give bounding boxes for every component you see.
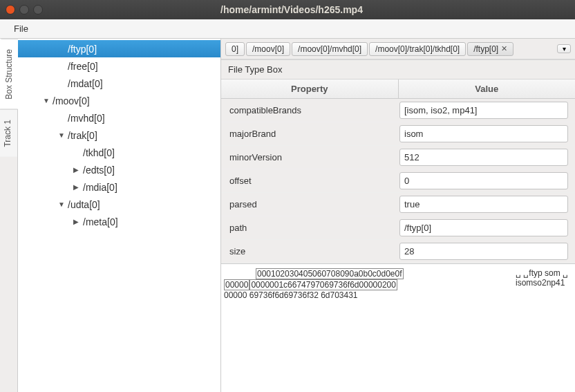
tree-arrow-icon[interactable]: ▶	[73, 183, 82, 191]
breadcrumb-bar: 0] /moov[0] /moov[0]/mvhd[0] /moov[0]/tr…	[221, 39, 575, 59]
tree-item-label: /meta[0]	[82, 216, 118, 227]
tree-item-label: /edts[0]	[82, 165, 115, 176]
right-pane: 0] /moov[0] /moov[0]/mvhd[0] /moov[0]/tr…	[221, 39, 575, 392]
crumb-item-active[interactable]: /ftyp[0] ✕	[467, 42, 513, 56]
property-key: path	[221, 217, 393, 239]
window-close-button[interactable]	[6, 5, 15, 15]
hex-viewer: 000102030405060708090a0b0c0d0e0f 0000000…	[221, 263, 575, 392]
hex-header: 000102030405060708090a0b0c0d0e0f	[256, 268, 404, 279]
property-value-input[interactable]	[399, 196, 568, 213]
property-value-input[interactable]	[399, 102, 568, 119]
property-row: majorBrand	[221, 122, 575, 146]
property-row: parsed	[221, 193, 575, 216]
tree-item[interactable]: /free[0]	[18, 57, 220, 75]
section-title: File Type Box	[221, 59, 575, 80]
property-row: minorVersion	[221, 146, 575, 169]
menu-file[interactable]: File	[8, 21, 34, 37]
tree-item-label: /free[0]	[66, 61, 98, 72]
menubar: File	[0, 19, 575, 39]
tree-pane: /ftyp[0]/free[0]/mdat[0]▼/moov[0]/mvhd[0…	[18, 39, 221, 392]
crumb-item[interactable]: /moov[0]	[246, 42, 290, 56]
side-tab-track[interactable]: Track 1	[0, 109, 17, 157]
tree-item-label: /mvhd[0]	[66, 113, 105, 124]
hex-offset: 00000	[224, 279, 249, 290]
tree-item[interactable]: ▼/trak[0]	[18, 127, 220, 144]
tree-item[interactable]: /mdat[0]	[18, 75, 220, 92]
tree-item[interactable]: ▶/meta[0]	[18, 213, 220, 230]
property-row: path	[221, 216, 575, 240]
tree-item-label: /ftyp[0]	[66, 44, 97, 55]
tree-arrow-icon[interactable]: ▼	[58, 131, 66, 139]
crumb-item[interactable]: /moov[0]/mvhd[0]	[292, 42, 368, 56]
titlebar: /home/armint/Videos/h265.mp4	[0, 0, 575, 19]
hex-row: 0000001c6674797069736f6d00000200	[249, 279, 397, 290]
property-key: compatibleBrands	[221, 100, 393, 121]
crumb-item[interactable]: 0]	[225, 42, 245, 56]
tree-item[interactable]: ▼/moov[0]	[18, 92, 220, 109]
property-table: Property Value compatibleBrandsmajorBran…	[221, 80, 575, 263]
property-key: parsed	[221, 194, 393, 215]
window-title: /home/armint/Videos/h265.mp4	[48, 4, 535, 15]
tree-item[interactable]: ▶/edts[0]	[18, 161, 220, 178]
property-value-input[interactable]	[399, 149, 568, 166]
tree-arrow-icon[interactable]: ▶	[73, 218, 82, 225]
tree-item[interactable]: /mvhd[0]	[18, 109, 220, 127]
property-key: size	[221, 241, 393, 262]
tree-arrow-icon[interactable]: ▼	[43, 97, 51, 104]
side-tab-structure[interactable]: Box Structure	[0, 39, 18, 109]
property-key: offset	[221, 170, 393, 192]
tree-item[interactable]: /tkhd[0]	[18, 144, 220, 161]
property-value-input[interactable]	[399, 125, 568, 142]
property-row: offset	[221, 169, 575, 193]
window-minimize-button[interactable]	[19, 5, 29, 15]
crumb-item[interactable]: /moov[0]/trak[0]/tkhd[0]	[369, 42, 466, 56]
tree-item-label: /mdat[0]	[66, 78, 103, 89]
tree-item[interactable]: /ftyp[0]	[18, 40, 220, 57]
hex-offset: 00000	[224, 290, 247, 300]
tree-arrow-icon[interactable]: ▶	[73, 166, 82, 174]
property-key: majorBrand	[221, 123, 393, 144]
hex-row: 69736f6d69736f32 6d703431	[249, 290, 358, 300]
tree-item[interactable]: ▶/mdia[0]	[18, 178, 220, 196]
value-header: Value	[399, 80, 576, 98]
property-row: size	[221, 240, 575, 263]
side-tabs: Box Structure Track 1	[0, 39, 18, 392]
crumb-overflow-button[interactable]: ▾	[557, 44, 571, 53]
tree-arrow-icon[interactable]: ▼	[58, 200, 66, 208]
property-value-input[interactable]	[399, 172, 568, 189]
tree-item-label: /moov[0]	[51, 95, 90, 106]
tree-item-label: /tkhd[0]	[82, 147, 115, 158]
property-value-input[interactable]	[399, 243, 568, 260]
hex-ascii: ␣ ␣ftyp som ␣ isomso2np41	[516, 268, 572, 388]
chevron-down-icon: ▾	[563, 45, 566, 53]
tree-item-label: /trak[0]	[66, 130, 97, 141]
tree-item-label: /mdia[0]	[82, 182, 117, 193]
property-row: compatibleBrands	[221, 99, 575, 122]
window-maximize-button[interactable]	[33, 5, 43, 15]
property-header: Property	[221, 80, 399, 98]
property-value-input[interactable]	[399, 219, 568, 236]
close-icon[interactable]: ✕	[501, 44, 507, 53]
tree-item-label: /udta[0]	[66, 199, 100, 210]
tree-item[interactable]: ▼/udta[0]	[18, 196, 220, 213]
property-key: minorVersion	[221, 147, 393, 168]
